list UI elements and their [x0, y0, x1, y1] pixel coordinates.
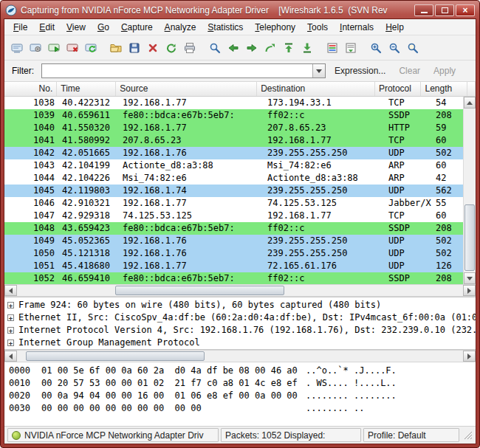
clear-button[interactable]: Clear [394, 63, 425, 78]
resize-grip[interactable] [463, 430, 473, 440]
cell-time: 42.910321 [58, 197, 119, 210]
vertical-scroll-track[interactable] [464, 108, 476, 272]
menu-tools[interactable]: Tools [301, 20, 334, 35]
detail-igmp[interactable]: Internet Group Management Protocol [4, 337, 476, 349]
menu-telephony[interactable]: Telephony [249, 20, 301, 35]
go-forward-icon[interactable] [242, 38, 261, 58]
zoom-normal-icon[interactable] [403, 38, 422, 58]
column-header-protocol[interactable]: Protocol [375, 82, 422, 96]
start-capture-icon[interactable] [44, 38, 63, 58]
scroll-down-button[interactable] [464, 272, 476, 284]
cell-time: 41.550320 [58, 122, 119, 134]
capture-options-icon[interactable] [26, 38, 44, 58]
table-row[interactable]: 105045.121318192.168.1.76239.255.255.250… [4, 247, 463, 260]
scroll-right-button[interactable] [463, 351, 476, 362]
hscroll-thumb[interactable] [115, 286, 285, 295]
expand-icon[interactable] [7, 327, 14, 334]
maximize-button[interactable] [435, 4, 454, 16]
table-row[interactable]: 103840.422312192.168.1.77173.194.33.1TCP… [4, 97, 463, 109]
hscroll-track[interactable] [17, 351, 463, 362]
scroll-left-button[interactable] [4, 285, 17, 296]
vertical-scroll-thumb[interactable] [464, 204, 475, 271]
table-row[interactable]: 104242.051665192.168.1.76239.255.255.250… [4, 147, 463, 159]
table-row[interactable]: 104442.104226Msi_74:82:e6Actionte_d8:a3:… [4, 172, 463, 185]
expression-button[interactable]: Expression... [330, 63, 390, 78]
print-icon[interactable] [180, 38, 199, 58]
table-row[interactable]: 104742.92931874.125.53.125192.168.1.77TC… [4, 210, 463, 222]
go-to-bottom-icon[interactable] [298, 38, 316, 58]
table-row[interactable]: 104945.052365192.168.1.76239.255.255.250… [4, 235, 463, 247]
close-button[interactable]: × [456, 4, 475, 16]
stop-capture-icon[interactable] [63, 38, 81, 58]
hex-line[interactable]: 000001 00 5e 6f 00 0a 60 2a d0 4a df be … [9, 365, 471, 377]
hscroll-track[interactable] [17, 285, 463, 296]
zoom-in-icon[interactable] [366, 38, 385, 58]
menu-go[interactable]: Go [92, 20, 115, 35]
find-packet-icon[interactable] [205, 38, 224, 58]
table-row[interactable]: 104342.104199Actionte_d8:a3:88Msi_74:82:… [4, 159, 463, 172]
table-row[interactable]: 105246.659410fe80::bdca:e67b:5eb7:ff02::… [4, 272, 463, 284]
menu-file[interactable]: File [7, 20, 33, 35]
auto-scroll-icon[interactable] [341, 38, 360, 58]
filter-input[interactable] [42, 64, 312, 77]
table-row[interactable]: 104141.580992207.8.65.23192.168.1.77TCP6… [4, 134, 463, 147]
hex-bytes: 00 0a 94 04 00 00 16 00 01 06 e8 ef 00 0… [41, 390, 306, 402]
zoom-out-icon[interactable] [385, 38, 403, 58]
table-row[interactable]: 104642.910321192.168.1.7774.125.53.125Ja… [4, 197, 463, 210]
restart-capture-icon[interactable] [81, 38, 100, 58]
expert-info-icon[interactable] [12, 431, 21, 440]
hex-line[interactable]: 002000 0a 94 04 00 00 16 00 01 06 e8 ef … [9, 390, 471, 402]
table-row[interactable]: 104041.550320192.168.1.77207.8.65.23HTTP… [4, 122, 463, 134]
hex-line[interactable]: 003000 00 00 00 00 00 00 00 00 00.......… [9, 402, 471, 415]
save-file-icon[interactable] [125, 38, 143, 58]
menu-bar: File Edit View Go Capture Analyze Statis… [4, 19, 476, 35]
expand-icon[interactable] [7, 314, 14, 321]
scroll-up-button[interactable] [464, 97, 476, 108]
packet-list-hscrollbar[interactable] [4, 284, 476, 297]
filter-dropdown-button[interactable] [312, 64, 325, 77]
expand-icon[interactable] [7, 302, 14, 309]
detail-ethernet[interactable]: Ethernet II, Src: CiscoSpv_4a:df:be (60:… [4, 311, 476, 324]
hex-line[interactable]: 001000 20 57 53 00 00 01 02 21 f7 c0 a8 … [9, 377, 471, 390]
menu-capture[interactable]: Capture [115, 20, 159, 35]
menu-edit[interactable]: Edit [33, 20, 61, 35]
scroll-right-button[interactable] [463, 285, 476, 296]
menu-view[interactable]: View [61, 20, 92, 35]
expand-icon[interactable] [7, 340, 14, 346]
column-header-destination[interactable]: Destination [257, 82, 375, 96]
column-header-source[interactable]: Source [116, 82, 257, 96]
cell-protocol: UDP [385, 247, 432, 260]
menu-analyze[interactable]: Analyze [159, 20, 202, 35]
open-file-icon[interactable] [106, 38, 125, 58]
go-to-packet-icon[interactable] [261, 38, 279, 58]
list-interfaces-icon[interactable] [7, 38, 26, 58]
column-header-time[interactable]: Time [57, 82, 116, 96]
column-header-no[interactable]: No. [4, 82, 57, 96]
reload-icon[interactable] [162, 38, 180, 58]
minimize-button[interactable] [414, 4, 433, 16]
hscroll-thumb[interactable] [26, 351, 205, 361]
scroll-left-button[interactable] [4, 351, 17, 362]
detail-ip[interactable]: Internet Protocol Version 4, Src: 192.16… [4, 324, 476, 337]
column-header-length[interactable]: Length [421, 82, 467, 96]
menu-statistics[interactable]: Statistics [202, 20, 249, 35]
colorize-packets-icon[interactable] [323, 38, 341, 58]
close-file-icon[interactable] [143, 38, 162, 58]
table-row[interactable]: 104542.119803192.168.1.74239.255.255.250… [4, 185, 463, 197]
go-back-icon[interactable] [224, 38, 242, 58]
vertical-scrollbar[interactable] [463, 97, 476, 284]
menu-internals[interactable]: Internals [334, 20, 380, 35]
detail-frame[interactable]: Frame 924: 60 bytes on wire (480 bits), … [4, 299, 476, 311]
go-to-top-icon[interactable] [279, 38, 298, 58]
table-row[interactable]: 104843.659423fe80::bdca:e67b:5eb7:ff02::… [4, 222, 463, 235]
details-hscrollbar[interactable] [4, 350, 476, 362]
detail-text: Frame 924: 60 bytes on wire (480 bits), … [18, 299, 381, 311]
menu-help[interactable]: Help [380, 20, 410, 35]
table-row[interactable]: 105145.418680192.168.1.7772.165.61.176UD… [4, 260, 463, 272]
cell-length: 60 [432, 134, 463, 147]
table-row[interactable]: 103940.659611fe80::bdca:e67b:5eb7:ff02::… [4, 109, 463, 122]
filter-button[interactable]: Filter: [9, 64, 37, 77]
apply-button[interactable]: Apply [429, 63, 460, 78]
titlebar[interactable]: Capturing from NVIDIA nForce MCP Network… [4, 2, 476, 18]
cell-no: 1039 [4, 109, 58, 122]
